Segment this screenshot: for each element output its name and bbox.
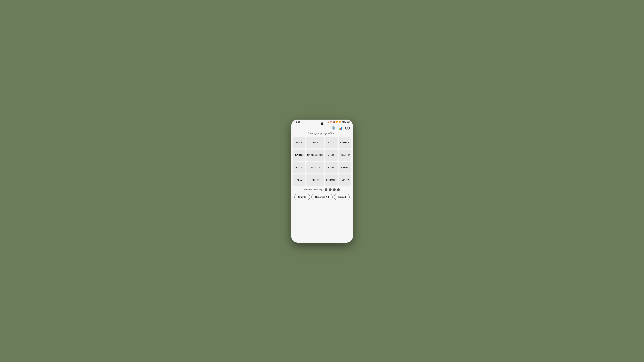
- stats-button[interactable]: 📊: [338, 125, 344, 131]
- word-tile-prior[interactable]: PRIOR: [339, 162, 351, 173]
- word-tile-label: PAST: [312, 141, 318, 144]
- settings-button[interactable]: ⚙️: [331, 125, 336, 131]
- word-tile-label: BAGGIE: [310, 166, 320, 169]
- word-tile-label: DASH: [296, 141, 302, 144]
- toolbar: ← ⚙️ 📊 ?: [291, 124, 353, 132]
- volume-icon: 🔕: [333, 121, 336, 123]
- back-icon: ←: [295, 126, 298, 130]
- word-tile-dash[interactable]: DASH: [293, 137, 306, 148]
- mistake-dot-2: [333, 188, 336, 191]
- word-tile-label: PRIOR: [341, 166, 348, 169]
- battery-icon: [347, 121, 350, 123]
- word-tile-label: PRICE: [312, 179, 319, 181]
- help-button[interactable]: ?: [345, 125, 350, 131]
- word-tile-minus[interactable]: MINUS: [325, 150, 338, 161]
- word-tile-label: COST: [328, 166, 334, 169]
- word-tile-cost[interactable]: COST: [325, 162, 338, 173]
- word-tile-late[interactable]: LATE: [325, 137, 338, 148]
- word-tile-rate[interactable]: RATE: [293, 162, 306, 173]
- word-tile-label: LATE: [328, 141, 334, 144]
- word-tile-past[interactable]: PAST: [306, 137, 324, 148]
- game-subtitle: Create four groups of four!: [293, 132, 351, 135]
- stats-icon: 📊: [338, 126, 342, 130]
- word-tile-comer[interactable]: COMER: [339, 137, 351, 148]
- mistakes-section: Mistakes Remaining:: [293, 188, 351, 191]
- toolbar-right: ⚙️ 📊 ?: [331, 125, 350, 131]
- mistake-dot-3: [337, 188, 340, 191]
- word-tile-barge[interactable]: BARGE: [293, 150, 306, 161]
- word-tile-pisa[interactable]: PISA: [293, 174, 306, 186]
- word-tile-label: FORMER: [326, 179, 336, 181]
- mistake-dots: [324, 188, 340, 191]
- mistake-dot-0: [324, 188, 328, 191]
- submit-button[interactable]: Submit: [334, 194, 350, 200]
- status-bar: 10:08 🔒 ⏰ 🔕 📶 📶 67%: [291, 120, 353, 124]
- battery-percent: 67%: [342, 121, 346, 123]
- wifi-icon: 📶: [336, 121, 338, 123]
- mistakes-label: Mistakes Remaining:: [304, 188, 323, 191]
- alarm-icon: ⏰: [330, 121, 332, 123]
- phone-frame: 10:08 🔒 ⏰ 🔕 📶 📶 67% ← ⚙️ 📊: [291, 120, 353, 243]
- game-content: Create four groups of four! DASHPASTLATE…: [291, 132, 353, 243]
- word-tile-former[interactable]: FORMER: [325, 174, 338, 186]
- back-button[interactable]: ←: [294, 125, 300, 131]
- signal-icon: 📶: [339, 121, 342, 123]
- settings-icon: ⚙️: [332, 126, 336, 130]
- word-tile-label: RATE: [296, 166, 302, 169]
- lock-icon: 🔒: [327, 121, 330, 123]
- word-tile-label: HYPHEN: [340, 179, 350, 181]
- word-tile-hyphen[interactable]: HYPHEN: [339, 174, 351, 186]
- word-tile-underscore[interactable]: UNDERSCORE: [306, 150, 324, 161]
- word-tile-label: CHARGE: [340, 154, 350, 156]
- word-tile-label: MINUS: [328, 154, 335, 156]
- help-icon: ?: [345, 126, 350, 130]
- status-time: 10:08: [294, 121, 300, 123]
- deselect-all-button[interactable]: Deselect All: [311, 194, 333, 200]
- action-buttons: Shuffle Deselect All Submit: [293, 194, 351, 200]
- word-tile-label: PISA: [297, 179, 302, 181]
- word-tile-label: UNDERSCORE: [307, 154, 323, 156]
- word-tile-label: BARGE: [295, 154, 303, 156]
- word-tile-charge[interactable]: CHARGE: [339, 150, 351, 161]
- shuffle-button[interactable]: Shuffle: [294, 194, 310, 200]
- camera-notch: [321, 122, 323, 125]
- status-icons: 🔒 ⏰ 🔕 📶 📶 67%: [327, 121, 350, 123]
- word-grid: DASHPASTLATECOMERBARGEUNDERSCOREMINUSCHA…: [293, 137, 351, 186]
- mistake-dot-1: [329, 188, 332, 191]
- word-tile-baggie[interactable]: BAGGIE: [306, 162, 324, 173]
- word-tile-price[interactable]: PRICE: [306, 174, 324, 186]
- word-tile-label: COMER: [340, 141, 349, 144]
